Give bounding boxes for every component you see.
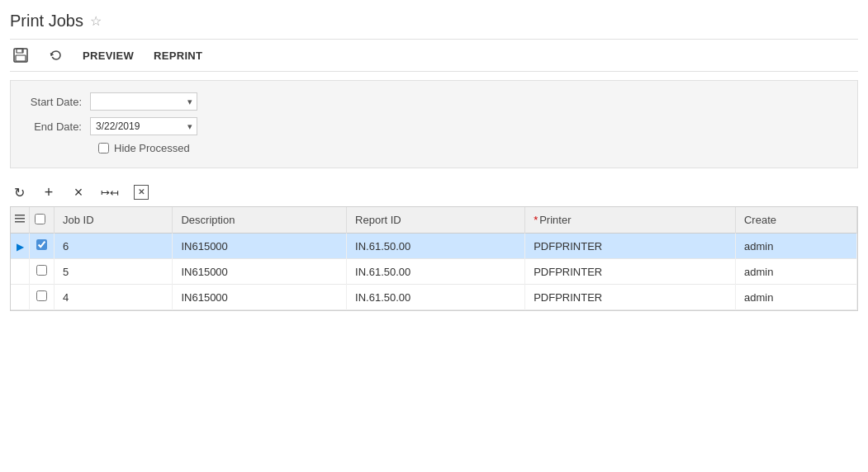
table-body: ▶6IN615000IN.61.50.00PDFPRINTERadmin5IN6… <box>11 234 857 310</box>
row-description: IN615000 <box>173 285 347 310</box>
col-header-report-id: Report ID <box>347 207 525 234</box>
row-checkbox-cell[interactable] <box>30 285 55 310</box>
select-all-checkbox[interactable] <box>35 214 45 224</box>
row-description: IN615000 <box>173 234 347 259</box>
grid-toolbar: ↻ + × ↦↤ ✕ <box>10 177 858 206</box>
row-printer: PDFPRINTER <box>525 259 736 285</box>
hide-processed-label: Hide Processed <box>114 142 190 154</box>
row-checkbox[interactable] <box>36 239 47 250</box>
start-date-row: Start Date: <box>24 92 844 111</box>
start-date-select[interactable] <box>90 92 197 111</box>
table-row: 4IN615000IN.61.50.00PDFPRINTERadmin <box>11 285 857 310</box>
row-report-id: IN.61.50.00 <box>347 259 525 285</box>
add-icon: + <box>45 184 54 201</box>
col-header-created: Create <box>735 207 856 234</box>
add-row-button[interactable]: + <box>40 183 58 201</box>
column-settings-icon <box>14 213 26 224</box>
row-arrow-cell <box>11 285 30 310</box>
hide-processed-row: Hide Processed <box>98 142 844 154</box>
svg-rect-2 <box>16 55 26 61</box>
table-row: ▶6IN615000IN.61.50.00PDFPRINTERadmin <box>11 234 857 259</box>
row-report-id: IN.61.50.00 <box>347 285 525 310</box>
main-toolbar: PREVIEW REPRINT <box>10 40 858 72</box>
delete-icon: × <box>74 184 83 201</box>
row-job-id: 6 <box>55 234 173 259</box>
col-header-description: Description <box>173 207 347 234</box>
excel-icon: ✕ <box>134 185 149 200</box>
reprint-button[interactable]: REPRINT <box>150 48 206 64</box>
fit-columns-button[interactable]: ↦↤ <box>99 183 121 201</box>
filter-area: Start Date: End Date: 3/22/2019 Hide Pro… <box>10 80 858 168</box>
row-created-by: admin <box>735 234 856 259</box>
row-checkbox[interactable] <box>36 265 47 276</box>
row-description: IN615000 <box>173 259 347 285</box>
delete-row-button[interactable]: × <box>69 183 88 201</box>
floppy-disk-icon <box>13 48 28 63</box>
undo-icon <box>48 48 63 63</box>
end-date-wrapper: 3/22/2019 <box>90 117 197 135</box>
row-report-id: IN.61.50.00 <box>347 234 525 259</box>
preview-button[interactable]: PREVIEW <box>79 48 137 64</box>
undo-button[interactable] <box>45 46 66 64</box>
svg-rect-6 <box>15 221 25 223</box>
print-jobs-table: Job ID Description Report ID Printer Cre… <box>11 207 857 310</box>
title-bar: Print Jobs ☆ <box>10 7 858 40</box>
col-header-settings <box>11 207 30 234</box>
row-checkbox-cell[interactable] <box>30 234 55 259</box>
end-date-select[interactable]: 3/22/2019 <box>90 117 197 135</box>
row-selected-arrow: ▶ <box>17 242 23 252</box>
star-icon[interactable]: ☆ <box>90 13 102 29</box>
row-checkbox-cell[interactable] <box>30 259 55 285</box>
row-job-id: 4 <box>55 285 173 310</box>
col-header-printer: Printer <box>525 207 736 234</box>
page-container: Print Jobs ☆ PREVIEW REPRINT Start Date: <box>0 0 868 472</box>
row-arrow-cell <box>11 259 30 285</box>
svg-rect-5 <box>15 218 25 219</box>
row-job-id: 5 <box>55 259 173 285</box>
row-arrow-cell: ▶ <box>11 234 30 259</box>
refresh-icon: ↻ <box>14 185 25 201</box>
row-created-by: admin <box>735 259 856 285</box>
save-button[interactable] <box>10 46 31 64</box>
table-row: 5IN615000IN.61.50.00PDFPRINTERadmin <box>11 259 857 285</box>
fit-icon: ↦↤ <box>101 186 119 199</box>
svg-rect-4 <box>15 215 25 216</box>
start-date-label: Start Date: <box>24 96 90 108</box>
export-excel-button[interactable]: ✕ <box>132 183 150 201</box>
data-table-wrapper: Job ID Description Report ID Printer Cre… <box>10 206 858 311</box>
end-date-label: End Date: <box>24 120 90 133</box>
row-checkbox[interactable] <box>36 290 47 301</box>
hide-processed-checkbox[interactable] <box>98 143 109 153</box>
col-header-job-id: Job ID <box>55 207 173 234</box>
row-created-by: admin <box>735 285 856 310</box>
end-date-row: End Date: 3/22/2019 <box>24 117 844 135</box>
page-title: Print Jobs <box>10 12 83 31</box>
row-printer: PDFPRINTER <box>525 285 736 310</box>
start-date-wrapper <box>90 92 197 111</box>
row-printer: PDFPRINTER <box>525 234 736 259</box>
refresh-button[interactable]: ↻ <box>10 183 28 201</box>
table-header-row: Job ID Description Report ID Printer Cre… <box>11 207 857 234</box>
col-header-checkbox <box>30 207 55 234</box>
